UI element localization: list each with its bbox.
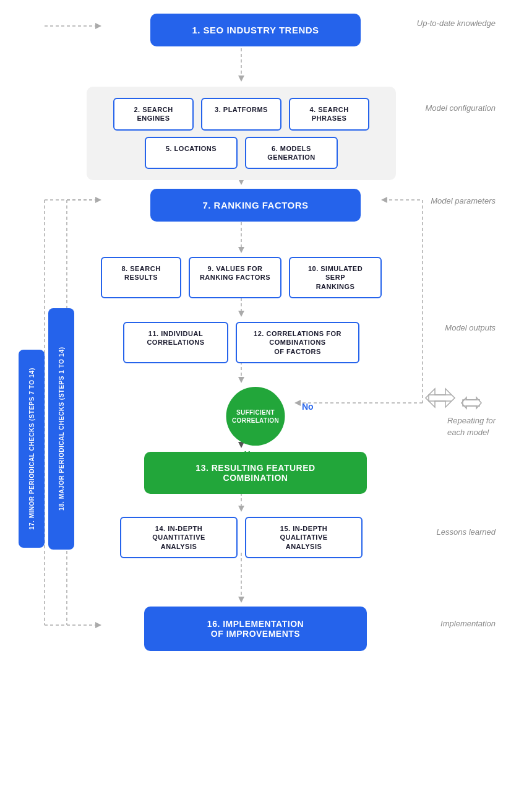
correlations-row: 11. INDIVIDUALCORRELATIONS 12. CORRELATI… bbox=[108, 322, 374, 363]
step7-container: 7. RANKING FACTORS bbox=[150, 189, 361, 222]
step5-box: 5. LOCATIONS bbox=[145, 137, 238, 170]
step2-box: 2. SEARCHENGINES bbox=[113, 98, 194, 131]
step8-box: 8. SEARCHRESULTS bbox=[101, 257, 181, 298]
step18-container: 18. MAJOR PERIODICAL CHECKS (STEPS 1 TO … bbox=[48, 223, 74, 634]
side-label-uptodate: Up-to-date knowledge bbox=[417, 17, 496, 29]
svg-marker-5 bbox=[238, 247, 244, 253]
sufficient-correlation-circle: SUFFICIENTCORRELATION bbox=[226, 387, 285, 446]
svg-marker-9 bbox=[238, 377, 244, 383]
step17-container: 17. MINOR PERIODICAL CHECKS (STEPS 7 TO … bbox=[19, 266, 45, 631]
step14-box: 14. IN-DEPTHQUANTITATIVEANALYSIS bbox=[120, 517, 238, 558]
step1-box: 1. SEO INDUSTRY TRENDS bbox=[150, 14, 361, 46]
side-label-repeating: Repeating foreach model bbox=[447, 396, 496, 438]
output-row: 8. SEARCHRESULTS 9. VALUES FORRANKING FA… bbox=[87, 257, 396, 298]
step16-box: 16. IMPLEMENTATIONOF IMPROVEMENTS bbox=[144, 607, 367, 651]
side-label-lessons: Lessons learned bbox=[437, 526, 496, 538]
analysis-row: 14. IN-DEPTHQUANTITATIVEANALYSIS 15. IN-… bbox=[108, 517, 374, 558]
svg-marker-15 bbox=[238, 597, 244, 603]
step3-box: 3. PLATFORMS bbox=[201, 98, 281, 131]
side-label-modelparams: Model parameters bbox=[431, 195, 496, 207]
step11-box: 11. INDIVIDUALCORRELATIONS bbox=[123, 322, 228, 363]
step1-container: 1. SEO INDUSTRY TRENDS bbox=[150, 14, 361, 46]
svg-marker-7 bbox=[238, 311, 244, 317]
repeat-icon bbox=[460, 396, 483, 410]
step18-box: 18. MAJOR PERIODICAL CHECKS (STEPS 1 TO … bbox=[48, 308, 74, 550]
no-label: No bbox=[302, 401, 314, 412]
step7-box: 7. RANKING FACTORS bbox=[150, 189, 361, 222]
step9-box: 9. VALUES FORRANKING FACTORS bbox=[189, 257, 281, 298]
step16-container: 16. IMPLEMENTATIONOF IMPROVEMENTS bbox=[144, 607, 367, 651]
step4-box: 4. SEARCHPHRASES bbox=[289, 98, 369, 131]
step15-box: 15. IN-DEPTHQUALITATIVEANALYSIS bbox=[245, 517, 363, 558]
svg-marker-20 bbox=[95, 622, 101, 628]
sufficient-correlation-container: SUFFICIENTCORRELATION bbox=[226, 387, 285, 446]
flowchart-container: 1. SEO INDUSTRY TRENDS Up-to-date knowle… bbox=[0, 0, 511, 812]
config-section: 2. SEARCHENGINES 3. PLATFORMS 4. SEARCHP… bbox=[87, 87, 396, 180]
step13-box: 13. RESULTING FEATUREDCOMBINATION bbox=[144, 452, 367, 494]
svg-marker-27 bbox=[294, 400, 301, 406]
side-label-implementation: Implementation bbox=[440, 618, 496, 629]
step6-box: 6. MODELSGENERATION bbox=[245, 137, 338, 170]
step13-container: 13. RESULTING FEATUREDCOMBINATION bbox=[144, 452, 367, 494]
side-label-modelconfig: Model configuration bbox=[426, 102, 496, 114]
svg-marker-29 bbox=[95, 23, 101, 29]
step12-box: 12. CORRELATIONS FORCOMBINATIONSOF FACTO… bbox=[236, 322, 359, 363]
svg-marker-1 bbox=[238, 76, 244, 82]
step17-box: 17. MINOR PERIODICAL CHECKS (STEPS 7 TO … bbox=[19, 350, 45, 548]
svg-marker-25 bbox=[381, 197, 387, 203]
svg-marker-13 bbox=[238, 506, 244, 512]
svg-marker-19 bbox=[95, 197, 101, 203]
side-label-modeloutputs: Model outputs bbox=[445, 322, 496, 334]
step10-box: 10. SIMULATED SERPRANKINGS bbox=[289, 257, 382, 298]
